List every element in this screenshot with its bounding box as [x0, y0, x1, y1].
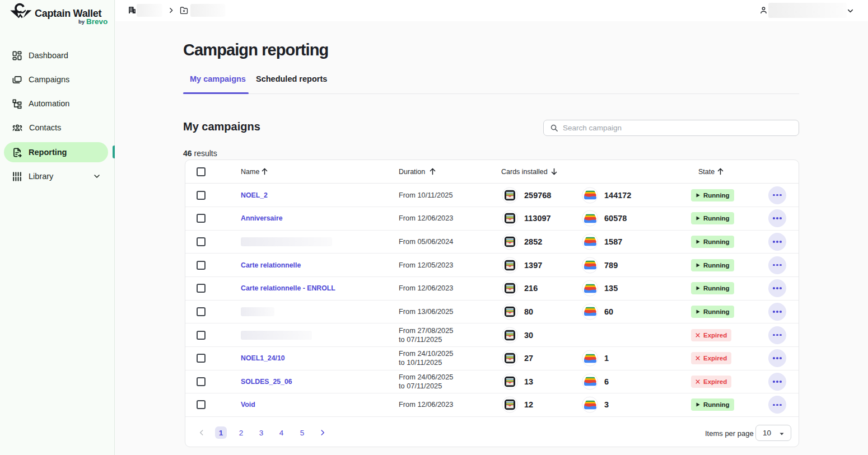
svg-text:Brevo: Brevo	[86, 17, 108, 25]
svg-text:by: by	[78, 18, 85, 25]
